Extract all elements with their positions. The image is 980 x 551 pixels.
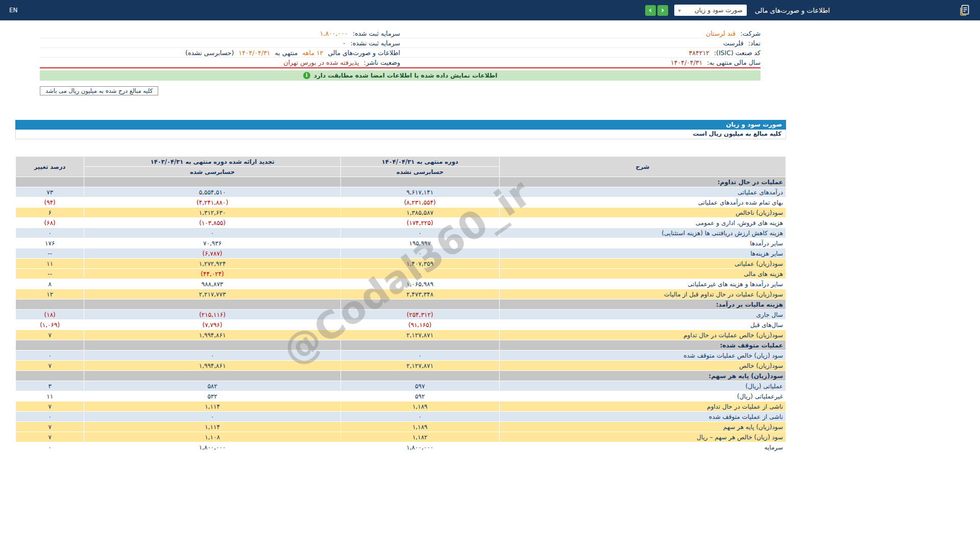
header-current-audit-status: حسابرسی نشده bbox=[340, 167, 499, 177]
chevron-down-icon: ▾ bbox=[678, 8, 681, 13]
change-percent-value: ۷ bbox=[16, 330, 84, 340]
prior-period-value: (۲۱۵,۱۱۶) bbox=[84, 310, 340, 320]
prior-period-value: ۱,۱۱۴ bbox=[84, 422, 340, 432]
current-period-value bbox=[340, 371, 499, 381]
isic-label: کد صنعت (ISIC): bbox=[714, 49, 761, 57]
change-percent-value: (۱,۰۶۹) bbox=[16, 320, 84, 330]
current-period-value bbox=[340, 177, 499, 187]
period-connector: منتهی به bbox=[275, 49, 298, 57]
row-description: سود(زیان) ناخالص bbox=[499, 208, 786, 218]
statement-type-select[interactable]: صورت سود و زیان ▾ bbox=[674, 5, 747, 16]
current-period-value: ۱,۱۸۲ bbox=[340, 432, 499, 442]
prior-period-value: ۵۳۲ bbox=[84, 391, 340, 402]
current-period-value: ۲,۱۲۷,۸۷۱ bbox=[340, 361, 499, 371]
registered-capital-value: ۱,۸۰۰,۰۰۰ bbox=[320, 30, 348, 37]
info-unregistered-capital: سرمایه ثبت نشده: ۰ bbox=[40, 39, 400, 47]
statement-section-row: هزینه مالیات بر درآمد: bbox=[16, 299, 786, 310]
change-percent-value: ۷ bbox=[16, 402, 84, 412]
issuer-status-value: پذیرفته شده در بورس تهران bbox=[283, 59, 359, 66]
info-registered-capital: سرمایه ثبت شده: ۱,۸۰۰,۰۰۰ bbox=[40, 30, 400, 37]
language-toggle[interactable]: EN bbox=[9, 7, 18, 14]
company-info-panel: شرکت: قند لرستان سرمایه ثبت شده: ۱,۸۰۰,۰… bbox=[40, 29, 761, 68]
statement-data-row: سود(زیان) خالص عملیات در حال تداوم۲,۱۲۷,… bbox=[16, 330, 786, 340]
change-percent-value: (۱۸) bbox=[16, 310, 84, 320]
prior-period-value: ۱,۳۱۲,۶۳۰ bbox=[84, 208, 340, 218]
current-period-value: ۰ bbox=[340, 228, 499, 238]
registered-capital-label: سرمایه ثبت شده: bbox=[353, 30, 400, 37]
row-description: سال‌های قبل bbox=[499, 320, 786, 330]
current-period-value: ۲,۱۲۷,۸۷۱ bbox=[340, 330, 499, 340]
current-period-value: ۰ bbox=[340, 248, 499, 259]
period-months: ۱۲ ماهه bbox=[302, 49, 323, 57]
info-financial-period: اطلاعات و صورت‌های مالی ۱۲ ماهه منتهی به… bbox=[40, 49, 400, 57]
unregistered-capital-label: سرمایه ثبت نشده: bbox=[351, 39, 400, 47]
unregistered-capital-value: ۰ bbox=[342, 39, 346, 47]
prior-period-value: ۱,۲۷۲,۹۲۴ bbox=[84, 259, 340, 269]
header-prior-audit-status: حسابرسی شده bbox=[84, 167, 340, 177]
company-link[interactable]: قند لرستان bbox=[706, 30, 736, 37]
period-label: اطلاعات و صورت‌های مالی bbox=[328, 49, 400, 57]
statement-data-row: سود(زیان) پایه هر سهم۱,۱۸۹۱,۱۱۴۷ bbox=[16, 422, 786, 432]
current-period-value: ۱,۱۸۹ bbox=[340, 422, 499, 432]
current-period-value: (۲۵۴,۳۱۲) bbox=[340, 310, 499, 320]
statement-data-row: ناشی از عملیات در حال تداوم۱,۱۸۹۱,۱۱۴۷ bbox=[16, 402, 786, 412]
symbol-value: قلرست bbox=[723, 39, 744, 47]
current-period-value: ۱,۰۶۵,۹۸۹ bbox=[340, 279, 499, 289]
change-percent-value: ۷ bbox=[16, 422, 84, 432]
statement-data-row: غیرعملیاتی (ریال)۵۹۲۵۳۲۱۱ bbox=[16, 391, 786, 402]
isic-value: ۳۸۴۲۱۲ bbox=[689, 49, 709, 57]
statement-data-row: سود (زیان) خالص هر سهم – ریال۱,۱۸۲۱,۱۰۸۷ bbox=[16, 432, 786, 442]
change-percent-value: ۷ bbox=[16, 432, 84, 442]
header-current-period: دوره منتهی به ۱۴۰۴/۰۴/۳۱ bbox=[340, 157, 499, 167]
statement-data-row: سال‌های قبل(۹۱,۱۶۵)(۷,۷۹۶)(۱,۰۶۹) bbox=[16, 320, 786, 330]
current-period-value: ۱۹۵,۹۹۷ bbox=[340, 238, 499, 248]
change-percent-value: ۶ bbox=[16, 208, 84, 218]
issuer-status-label: وضعیت ناشر: bbox=[363, 59, 400, 66]
period-audit-note: (حسابرسی نشده) bbox=[185, 49, 234, 57]
header-change-percent: درصد تغییر bbox=[16, 157, 84, 177]
statement-data-row: سود(زیان) عملیاتی۱,۴۰۷,۳۵۹۱,۲۷۲,۹۲۴۱۱ bbox=[16, 259, 786, 269]
change-percent-value: ۱۱ bbox=[16, 259, 84, 269]
prior-period-value: (۴,۲۴۱,۸۸۰) bbox=[84, 197, 340, 208]
prior-period-value: ۰ bbox=[84, 228, 340, 238]
row-description: هزینه های فروش، اداری و عمومی bbox=[499, 218, 786, 228]
current-period-value: ۰ bbox=[340, 269, 499, 279]
row-description: سایر درآمدها و هزینه های غیرعملیاتی bbox=[499, 279, 786, 289]
statement-data-row: بهای تمام شده درآمدهای عملیاتی(۸,۲۳۱,۵۵۴… bbox=[16, 197, 786, 208]
row-description: سایر درآمدها bbox=[499, 238, 786, 248]
info-fiscal-year: سال مالی منتهی به: ۱۴۰۴/۰۴/۳۱ bbox=[400, 59, 761, 66]
statement-table-header: شرح دوره منتهی به ۱۴۰۴/۰۴/۳۱ تجدید ارائه… bbox=[16, 157, 786, 177]
change-percent-value bbox=[16, 299, 84, 310]
change-percent-value: -- bbox=[16, 248, 84, 259]
row-description: سود (زیان) خالص هر سهم – ریال bbox=[499, 432, 786, 442]
current-period-value: ۵۹۷ bbox=[340, 381, 499, 391]
row-description: هزینه های مالی bbox=[499, 269, 786, 279]
change-percent-value: ۱۱ bbox=[16, 391, 84, 402]
prior-period-value: ۹۸۸,۸۷۳ bbox=[84, 279, 340, 289]
header-prior-period: تجدید ارائه شده دوره منتهی به ۱۴۰۳/۰۴/۳۱ bbox=[84, 157, 340, 167]
current-period-value: ۹,۶۱۷,۱۴۱ bbox=[340, 187, 499, 197]
change-percent-value: ۱۲ bbox=[16, 289, 84, 299]
next-statement-button[interactable]: ‹ bbox=[657, 5, 668, 16]
current-period-value bbox=[340, 299, 499, 310]
amounts-note-row: کلیه مبالغ درج شده به میلیون ریال می باش… bbox=[40, 85, 761, 95]
row-description: ناشی از عملیات در حال تداوم bbox=[499, 402, 786, 412]
amounts-note: کلیه مبالغ درج شده به میلیون ریال می باش… bbox=[40, 86, 158, 95]
statement-data-row: سود(زیان) عملیات در حال تداوم قبل از مال… bbox=[16, 289, 786, 299]
row-description: سرمایه bbox=[499, 442, 786, 453]
banner-text: اطلاعات نمایش داده شده با اطلاعات امضا ش… bbox=[314, 72, 498, 79]
change-percent-value bbox=[16, 177, 84, 187]
change-percent-value: (۹۴) bbox=[16, 197, 84, 208]
change-percent-value: ۰ bbox=[16, 442, 84, 453]
current-period-value: (۹۱,۱۶۵) bbox=[340, 320, 499, 330]
row-description: سود(زیان) پایه هر سهم bbox=[499, 422, 786, 432]
row-description: هزینه مالیات بر درآمد: bbox=[499, 299, 786, 310]
statement-caption-bar: کلیه مبالغ به میلیون ریال است bbox=[15, 130, 786, 139]
change-percent-value: ۳ bbox=[16, 381, 84, 391]
prior-period-value: ۲,۲۱۷,۷۷۳ bbox=[84, 289, 340, 299]
change-percent-value: ۷۳ bbox=[16, 187, 84, 197]
prior-period-value: (۱۰۳,۸۵۵) bbox=[84, 218, 340, 228]
prev-statement-button[interactable]: › bbox=[645, 5, 656, 16]
prior-period-value: ۱,۹۹۴,۸۶۱ bbox=[84, 330, 340, 340]
statement-section-row: عملیات در حال تداوم: bbox=[16, 177, 786, 187]
